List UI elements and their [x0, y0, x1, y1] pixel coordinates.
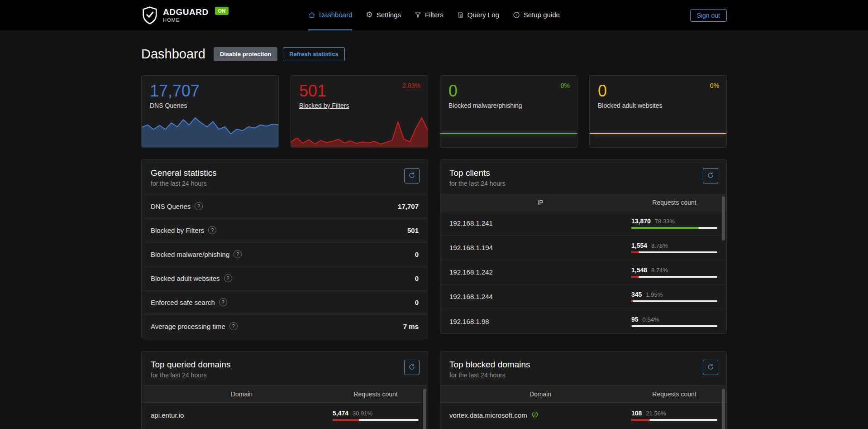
- allowlist-slash-icon[interactable]: [531, 411, 539, 419]
- domain-name[interactable]: api.entur.io: [151, 411, 184, 419]
- domain-name[interactable]: vortex.data.microsoft.com: [449, 411, 527, 419]
- help-icon[interactable]: ?: [208, 226, 216, 234]
- client-row: 192.168.1.244 3451.95%: [440, 284, 726, 309]
- help-icon[interactable]: ?: [219, 298, 227, 306]
- request-count: 13,870: [631, 217, 651, 225]
- request-bar: [631, 251, 717, 253]
- nav-item-query-log[interactable]: Query Log: [457, 0, 499, 30]
- top-clients-table-header: IP Requests count: [440, 194, 726, 211]
- request-count: 1,554: [631, 242, 647, 249]
- stat-cards-row: 17,707 DNS Queries 501 Blocked by Filter…: [141, 75, 727, 148]
- protection-status-badge: ON: [215, 7, 229, 15]
- general-statistics-refresh-button[interactable]: [404, 168, 420, 183]
- top-blocked-domains-card: Top blocked domains for the last 24 hour…: [440, 351, 727, 429]
- stat-card-blocked-malware: 0 Blocked malware/phishing 0%: [440, 75, 577, 148]
- document-icon: [457, 11, 464, 18]
- help-icon[interactable]: ?: [229, 322, 238, 330]
- blocked-filters-link[interactable]: Blocked by Filters: [299, 102, 420, 109]
- help-icon[interactable]: ?: [234, 250, 242, 258]
- client-row: 192.168.1.241 13,87078.33%: [440, 211, 726, 236]
- request-percent: 8.78%: [651, 242, 668, 249]
- disable-protection-button[interactable]: Disable protection: [214, 47, 277, 61]
- request-percent: 21.56%: [646, 410, 666, 417]
- nav-item-filters[interactable]: Filters: [415, 0, 444, 30]
- nav-item-label: Setup guide: [524, 11, 560, 19]
- question-circle-icon: ?: [513, 11, 520, 19]
- stat-row-dns-queries: DNS Queries? 17,707: [142, 194, 428, 218]
- stat-card-blocked-adult: 0 Blocked adult websites 0%: [589, 75, 727, 148]
- client-ip[interactable]: 192.168.1.98: [449, 318, 489, 325]
- top-clients-title: Top clients: [449, 168, 717, 178]
- stat-value: 0: [415, 299, 419, 306]
- client-row: 192.168.1.194 1,5548.78%: [440, 236, 726, 260]
- stat-value: 17,707: [398, 202, 419, 210]
- nav-item-settings[interactable]: ⚙ Settings: [366, 0, 401, 30]
- nav-item-setup-guide[interactable]: ? Setup guide: [513, 0, 560, 30]
- domain-row: api.entur.io 5,47430.91%: [142, 403, 428, 427]
- dns-queries-value: 17,707: [150, 82, 270, 100]
- dns-queries-label: DNS Queries: [150, 102, 270, 109]
- request-bar: [631, 276, 717, 278]
- stat-row-blocked-by-filters: Blocked by Filters? 501: [142, 218, 428, 242]
- top-blocked-title: Top blocked domains: [449, 360, 717, 370]
- stat-card-dns-queries: 17,707 DNS Queries: [141, 75, 279, 148]
- request-count: 345: [631, 291, 642, 298]
- request-bar: [333, 419, 419, 421]
- brand-sub: HOME: [163, 18, 209, 23]
- brand[interactable]: ADGUARD HOME ON: [141, 6, 229, 25]
- blocked-adult-label: Blocked adult websites: [598, 102, 718, 109]
- brand-name: ADGUARD: [163, 8, 209, 16]
- request-bar: [631, 227, 717, 229]
- nav-menu: Dashboard ⚙ Settings Filters Query Log: [308, 0, 560, 30]
- top-queried-subtitle: for the last 24 hours: [151, 371, 419, 379]
- scrollbar-thumb[interactable]: [722, 389, 725, 429]
- page-title: Dashboard: [141, 47, 205, 62]
- adguard-shield-logo-icon: [141, 6, 158, 25]
- top-queried-rows: api.entur.io 5,47430.91%: [142, 403, 428, 427]
- col-header-requests-count: Requests count: [333, 390, 419, 398]
- blocked-adult-sparkline: [590, 116, 726, 147]
- stat-card-blocked-by-filters: 501 Blocked by Filters 2.83%: [291, 75, 428, 148]
- top-clients-subtitle: for the last 24 hours: [449, 180, 717, 187]
- blocked-malware-label: Blocked malware/phishing: [448, 102, 569, 109]
- request-bar: [631, 419, 717, 421]
- scrollbar-thumb[interactable]: [423, 389, 426, 429]
- top-queried-refresh-button[interactable]: [404, 360, 420, 375]
- col-header-ip: IP: [449, 199, 631, 206]
- sign-out-button[interactable]: Sign out: [690, 9, 727, 22]
- stat-label: Blocked by Filters: [151, 227, 204, 234]
- stat-value: 501: [407, 227, 419, 234]
- refresh-icon: [408, 363, 415, 372]
- top-blocked-refresh-button[interactable]: [703, 360, 718, 375]
- col-header-domain: Domain: [449, 390, 631, 398]
- scrollbar-thumb[interactable]: [722, 196, 725, 241]
- blocked-filters-value: 501: [299, 82, 420, 100]
- stat-row-avg-processing-time: Average processing time? 7 ms: [142, 314, 428, 338]
- top-queried-table-header: Domain Requests count: [142, 386, 428, 403]
- refresh-statistics-button[interactable]: Refresh statistics: [283, 47, 344, 61]
- stat-label: Blocked adult websites: [151, 275, 220, 282]
- client-ip[interactable]: 192.168.1.242: [449, 268, 493, 276]
- nav-item-label: Settings: [377, 11, 401, 19]
- nav-item-dashboard[interactable]: Dashboard: [308, 0, 352, 30]
- request-percent: 8.74%: [651, 267, 668, 274]
- request-percent: 78.33%: [655, 218, 675, 225]
- filter-icon: [415, 11, 421, 18]
- request-bar: [631, 300, 717, 302]
- client-ip[interactable]: 192.168.1.241: [449, 219, 493, 227]
- svg-text:?: ?: [515, 13, 517, 17]
- client-row: 192.168.1.242 1,5488.74%: [440, 260, 726, 284]
- refresh-icon: [707, 172, 714, 180]
- stat-row-blocked-adult: Blocked adult websites? 0: [142, 266, 428, 290]
- dns-queries-sparkline: [142, 116, 278, 147]
- client-ip[interactable]: 192.168.1.194: [449, 244, 493, 251]
- help-icon[interactable]: ?: [195, 202, 203, 210]
- gear-icon: ⚙: [366, 11, 372, 19]
- request-count: 108: [631, 410, 642, 417]
- top-clients-refresh-button[interactable]: [703, 168, 718, 183]
- col-header-requests-count: Requests count: [631, 390, 717, 398]
- help-icon[interactable]: ?: [224, 274, 232, 282]
- stat-row-blocked-malware: Blocked malware/phishing? 0: [142, 242, 428, 266]
- client-ip[interactable]: 192.168.1.244: [449, 293, 493, 300]
- top-clients-rows: 192.168.1.241 13,87078.33% 192.168.1.194…: [440, 211, 726, 333]
